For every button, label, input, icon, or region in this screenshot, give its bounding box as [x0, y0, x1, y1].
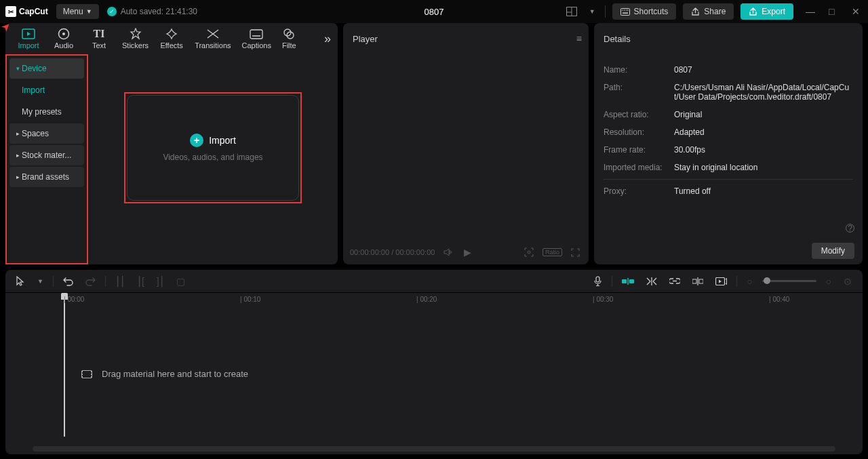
trim-left-tool[interactable]: ⎮[	[134, 275, 147, 288]
link-tool[interactable]	[667, 277, 683, 285]
timeline-scrollbar[interactable]	[33, 446, 835, 452]
export-button[interactable]: Export	[741, 3, 793, 20]
autosave-status: ✓ Auto saved: 21:41:30	[107, 7, 197, 16]
ratio-button[interactable]: Ratio	[542, 248, 562, 256]
svg-point-6	[626, 9, 627, 10]
import-panel: ▾Device Import My presets ▸Spaces ▸Stock…	[5, 54, 338, 264]
detail-label: Frame rate:	[604, 145, 674, 155]
tab-label: Stickers	[122, 41, 149, 49]
chevron-down-icon[interactable]: ▼	[587, 5, 598, 18]
filters-icon	[283, 28, 295, 40]
volume-icon[interactable]	[441, 247, 455, 258]
detail-row-proxy: Proxy:Turned off	[604, 182, 853, 200]
tab-transitions[interactable]: Transitions	[189, 25, 236, 52]
info-icon[interactable]: ?	[846, 224, 854, 233]
svg-point-15	[287, 32, 294, 39]
delete-tool[interactable]: ▢	[174, 275, 188, 288]
tab-captions[interactable]: Captions	[237, 25, 277, 52]
import-subtitle: Videos, audios, and images	[163, 153, 262, 162]
svg-point-11	[62, 33, 65, 35]
chevron-down-icon: ▼	[86, 8, 92, 15]
minimize-button[interactable]: —	[800, 3, 816, 20]
modify-button[interactable]: Modify	[812, 243, 854, 259]
svg-point-18	[528, 251, 530, 254]
tab-text[interactable]: TI Text	[81, 25, 117, 52]
detail-value: Adapted	[674, 127, 853, 137]
align-tool[interactable]	[690, 276, 706, 287]
audio-icon	[58, 28, 70, 40]
zoom-thumb[interactable]	[764, 277, 770, 284]
plus-icon: +	[190, 134, 203, 147]
zoom-slider[interactable]	[762, 280, 816, 282]
cursor-dropdown[interactable]: ▼	[35, 277, 46, 286]
sidebar-item-stock[interactable]: ▸Stock mater...	[9, 145, 84, 165]
tab-effects[interactable]: Effects	[154, 25, 189, 52]
sidebar-item-import[interactable]: Import	[9, 80, 84, 100]
maximize-button[interactable]: □	[823, 3, 840, 20]
tab-stickers[interactable]: Stickers	[117, 25, 154, 52]
svg-rect-19	[596, 277, 599, 282]
tab-filters[interactable]: Filte	[277, 25, 302, 52]
player-title: Player	[353, 34, 378, 44]
snap-tool[interactable]	[619, 277, 637, 286]
svg-rect-20	[622, 279, 627, 283]
share-icon	[691, 7, 700, 16]
player-viewport	[343, 54, 589, 240]
scan-icon[interactable]	[522, 246, 536, 258]
scrollbar-thumb[interactable]	[33, 446, 835, 452]
detail-label: Imported media:	[604, 163, 674, 172]
sidebar-item-label: Device	[22, 64, 47, 73]
caret-down-icon: ▾	[16, 65, 20, 72]
project-title: 0807	[425, 7, 444, 17]
tab-audio[interactable]: Audio	[46, 25, 81, 52]
ruler-mark: | 00:00	[64, 296, 84, 303]
layout-icon[interactable]	[564, 4, 580, 19]
stickers-icon	[130, 28, 142, 40]
detail-row-name: Name:0807	[604, 61, 853, 79]
timeline-tracks[interactable]: Drag material here and start to create	[5, 308, 863, 446]
shortcuts-button[interactable]: Shortcuts	[612, 3, 677, 20]
fullscreen-icon[interactable]	[569, 247, 582, 258]
caret-right-icon: ▸	[16, 152, 20, 159]
tab-label: Import	[18, 41, 39, 49]
text-icon: TI	[94, 28, 105, 40]
detail-value: C:/Users/Usman Ali Nasir/AppData/Local/C…	[674, 83, 853, 102]
detail-row-media: Imported media:Stay in original location	[604, 159, 853, 176]
shortcuts-label: Shortcuts	[634, 7, 669, 16]
film-icon	[81, 370, 92, 378]
undo-button[interactable]	[60, 275, 76, 287]
detail-row-path: Path:C:/Users/Usman Ali Nasir/AppData/Lo…	[604, 79, 853, 106]
zoom-out-icon[interactable]: ○	[744, 275, 755, 288]
timeline-ruler[interactable]: | 00:00| 00:10| 00:20| 00:30| 00:40	[5, 293, 863, 308]
modify-label: Modify	[821, 246, 845, 256]
magnet-tool[interactable]	[644, 276, 660, 287]
logo-icon: ✂	[5, 6, 16, 17]
share-button[interactable]: Share	[683, 3, 734, 20]
split-tool[interactable]: ⎮⎮	[113, 275, 127, 288]
play-button[interactable]: ▶	[462, 245, 473, 259]
timeline: ▼ ⎮⎮ ⎮[ ]⎮ ▢ ○ ○ ⊙ | 00:00| 00:10| 00:20…	[5, 270, 863, 454]
zoom-in-icon[interactable]: ○	[823, 275, 834, 288]
trim-right-tool[interactable]: ]⎮	[154, 275, 167, 288]
cursor-tool[interactable]	[14, 275, 28, 287]
detail-row-resolution: Resolution:Adapted	[604, 123, 853, 141]
effects-icon	[165, 28, 178, 40]
sidebar-item-device[interactable]: ▾Device	[9, 58, 84, 79]
sidebar-item-spaces[interactable]: ▸Spaces	[9, 123, 84, 144]
redo-button[interactable]	[83, 275, 98, 287]
zoom-fit-icon[interactable]: ⊙	[841, 275, 854, 288]
details-panel: Name:0807 Path:C:/Users/Usman Ali Nasir/…	[594, 54, 863, 264]
sidebar-item-brand[interactable]: ▸Brand assets	[9, 167, 84, 187]
tabs-overflow-button[interactable]: »	[321, 32, 334, 46]
menu-button[interactable]: Menu ▼	[56, 4, 99, 19]
tab-import[interactable]: Import	[11, 25, 46, 52]
detail-value: 30.00fps	[674, 145, 853, 155]
import-icon	[22, 28, 35, 40]
player-menu-icon[interactable]: ≡	[576, 33, 582, 44]
close-button[interactable]: ✕	[846, 3, 863, 20]
mic-icon[interactable]	[591, 275, 605, 288]
sidebar-item-presets[interactable]: My presets	[9, 102, 84, 122]
preview-tool[interactable]	[713, 276, 730, 287]
drag-hint: Drag material here and start to create	[81, 369, 248, 379]
import-dropzone[interactable]: + Import Videos, audios, and images	[127, 95, 299, 201]
